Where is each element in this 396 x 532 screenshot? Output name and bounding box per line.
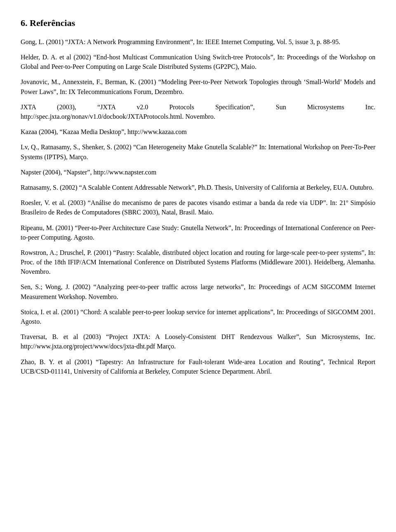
reference-entry-sen2002: Sen, S.; Wong, J. (2002) “Analyzing peer… xyxy=(21,282,375,301)
reference-entry-kazaa2004: Kazaa (2004), “Kazaa Media Desktop”, htt… xyxy=(21,127,375,137)
reference-text: Rowstron, A.; Druschel, P. (2001) “Pastr… xyxy=(21,248,375,277)
reference-text: Stoica, I. et al. (2001) “Chord: A scala… xyxy=(21,307,375,326)
reference-entry-ripeanu2001: Ripeanu, M. (2001) “Peer-to-Peer Archite… xyxy=(21,223,375,242)
reference-text: Zhao, B. Y. et al (2001) “Tapestry: An I… xyxy=(21,357,375,376)
reference-entry-helder2002: Helder, D. A. et al (2002) “End-host Mul… xyxy=(21,52,375,71)
reference-entry-gong2001: Gong, L. (2001) “JXTA: A Network Program… xyxy=(21,37,375,47)
reference-entry-lv2002: Lv, Q., Ratnasamy, S., Shenker, S. (2002… xyxy=(21,142,375,161)
reference-entry-zhao2001: Zhao, B. Y. et al (2001) “Tapestry: An I… xyxy=(21,357,375,376)
reference-entry-stoica2001: Stoica, I. et al. (2001) “Chord: A scala… xyxy=(21,307,375,326)
reference-entry-napster2004: Napster (2004), “Napster”, http://www.na… xyxy=(21,167,375,177)
reference-text: Kazaa (2004), “Kazaa Media Desktop”, htt… xyxy=(21,127,375,137)
reference-text: Lv, Q., Ratnasamy, S., Shenker, S. (2002… xyxy=(21,142,375,161)
reference-text: Gong, L. (2001) “JXTA: A Network Program… xyxy=(21,37,375,47)
reference-text: Ratnasamy, S. (2002) “A Scalable Content… xyxy=(21,183,375,192)
reference-text: Sen, S.; Wong, J. (2002) “Analyzing peer… xyxy=(21,282,375,301)
section-title: 6. Referências xyxy=(21,16,375,30)
reference-text: Helder, D. A. et al (2002) “End-host Mul… xyxy=(21,52,375,71)
reference-entry-traversat2003: Traversat, B. et al (2003) “Project JXTA… xyxy=(21,332,375,351)
reference-text: Napster (2004), “Napster”, http://www.na… xyxy=(21,167,375,177)
reference-entry-jovanovic2001: Jovanovic, M., Annexstein, F., Berman, K… xyxy=(21,77,375,96)
references-list: Gong, L. (2001) “JXTA: A Network Program… xyxy=(21,37,375,376)
reference-text: Traversat, B. et al (2003) “Project JXTA… xyxy=(21,332,375,351)
reference-entry-roesler2003: Roesler, V. et al. (2003) “Análise do me… xyxy=(21,198,375,217)
reference-text: Ripeanu, M. (2001) “Peer-to-Peer Archite… xyxy=(21,223,375,242)
reference-entry-rowstron2001: Rowstron, A.; Druschel, P. (2001) “Pastr… xyxy=(21,248,375,277)
reference-text: Jovanovic, M., Annexstein, F., Berman, K… xyxy=(21,77,375,96)
reference-text: Roesler, V. et al. (2003) “Análise do me… xyxy=(21,198,375,217)
reference-entry-ratnasamy2002: Ratnasamy, S. (2002) “A Scalable Content… xyxy=(21,183,375,192)
reference-entry-jxta2003: JXTA (2003), “JXTA v2.0 Protocols Specif… xyxy=(21,102,375,121)
reference-text: JXTA (2003), “JXTA v2.0 Protocols Specif… xyxy=(21,102,375,121)
